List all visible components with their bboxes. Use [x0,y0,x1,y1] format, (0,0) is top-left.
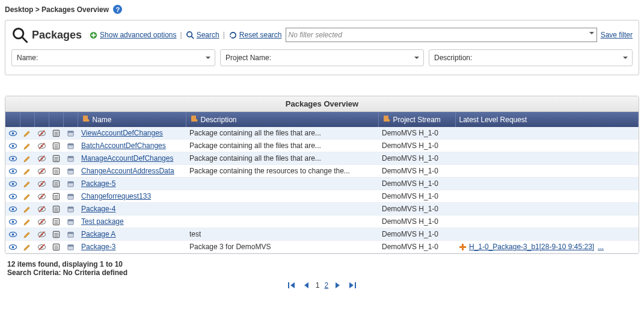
show-advanced-options-link[interactable]: Show advanced options [89,31,176,40]
row-name[interactable]: ManageAccountDefChanges [81,154,173,163]
svg-rect-29 [67,143,73,145]
breadcrumb-root[interactable]: Desktop [5,5,33,14]
col-project-stream[interactable]: Project Stream [378,112,455,127]
edit-icon[interactable] [23,243,32,252]
table-row: ViewAccountDefChanges Package containing… [5,127,639,140]
chevron-down-icon [414,55,420,61]
table-row: Changeforrequest133 DemoMVS H_1-0 [5,190,639,203]
row-name[interactable]: BatchAccountDefChanges [81,141,166,150]
package-icon[interactable] [66,230,75,239]
col-description[interactable]: Description [186,112,378,127]
svg-point-42 [11,170,14,172]
hide-icon[interactable] [37,154,46,163]
hide-icon[interactable] [37,179,46,188]
view-icon[interactable] [8,179,17,188]
view-icon[interactable] [8,167,17,176]
filter-select[interactable]: No filter selected [286,28,597,42]
package-icon[interactable] [66,129,75,138]
history-icon[interactable] [52,205,61,214]
hide-icon[interactable] [37,243,46,252]
row-name[interactable]: Package-5 [81,179,115,188]
history-icon[interactable] [52,217,61,226]
hide-icon[interactable] [37,167,46,176]
history-icon[interactable] [52,167,61,176]
hide-icon[interactable] [37,192,46,201]
table-row: Package-5 DemoMVS H_1-0 [5,178,639,190]
pager-first-icon[interactable] [287,280,296,290]
package-icon[interactable] [66,154,75,163]
history-icon[interactable] [52,230,61,239]
hide-icon[interactable] [37,129,46,138]
col-latest[interactable]: Latest Level Request [455,112,639,127]
pager-prev-icon[interactable] [301,280,311,290]
row-name[interactable]: Package-3 [81,243,115,251]
hide-icon[interactable] [37,230,46,239]
row-name[interactable]: Package-4 [81,205,115,213]
history-icon[interactable] [52,141,61,150]
package-icon[interactable] [66,192,75,201]
edit-icon[interactable] [23,217,32,226]
edit-icon[interactable] [23,167,32,176]
package-icon[interactable] [66,167,75,176]
view-icon[interactable] [8,205,17,214]
pager-page-2[interactable]: 2 [325,281,329,290]
history-icon[interactable] [52,179,61,188]
edit-icon[interactable] [23,192,32,201]
package-icon[interactable] [66,205,75,214]
view-icon[interactable] [8,243,17,252]
view-icon[interactable] [8,129,17,138]
view-icon[interactable] [8,192,17,201]
hide-icon[interactable] [37,141,46,150]
sort-icon [82,114,90,125]
edit-icon[interactable] [23,205,32,214]
col-action-2 [20,112,34,127]
package-icon[interactable] [66,141,75,150]
view-icon[interactable] [8,230,17,239]
plus-options-icon [89,31,98,40]
edit-icon[interactable] [23,129,32,138]
pager-last-icon[interactable] [348,280,357,290]
table-title: Packages Overview [5,96,639,112]
history-icon[interactable] [52,129,61,138]
row-name[interactable]: ChangeAccountAddressData [81,167,174,175]
svg-point-31 [11,157,14,160]
edit-icon[interactable] [23,230,32,239]
history-icon[interactable] [52,154,61,163]
view-icon[interactable] [8,217,17,226]
reset-search-link[interactable]: Reset search [228,31,282,40]
edit-icon[interactable] [23,141,32,150]
row-name[interactable]: ViewAccountDefChanges [81,129,163,137]
package-icon[interactable] [66,179,75,188]
svg-point-86 [11,220,14,223]
col-action-3 [34,112,49,127]
history-icon[interactable] [52,243,61,252]
add-level-request-icon[interactable] [459,243,467,251]
search-link[interactable]: Search [186,31,219,40]
hide-icon[interactable] [37,205,46,214]
view-icon[interactable] [8,154,17,163]
packages-table-wrap: Packages Overview Name Description Proje… [5,96,639,254]
save-filter-link[interactable]: Save filter [601,31,633,39]
row-name[interactable]: Changeforrequest133 [81,192,151,200]
history-icon[interactable] [52,192,61,201]
package-icon[interactable] [66,217,75,226]
edit-icon[interactable] [23,154,32,163]
more-link[interactable]: ... [598,243,604,251]
help-icon[interactable]: ? [113,5,122,14]
svg-rect-73 [67,194,73,196]
criteria-name[interactable]: Name: [11,49,215,66]
package-icon[interactable] [66,243,75,252]
edit-icon[interactable] [23,179,32,188]
criteria-project[interactable]: Project Name: [220,49,424,66]
pager-next-icon[interactable] [333,280,343,290]
svg-point-20 [11,144,14,147]
criteria-description[interactable]: Description: [429,49,633,66]
view-icon[interactable] [8,141,17,150]
svg-point-53 [11,182,14,185]
latest-level-request-link[interactable]: H_1-0_Package-3_b1[28-9-10 9:45:23] [469,243,594,251]
hide-icon[interactable] [37,217,46,226]
row-name[interactable]: Test package [81,217,124,226]
svg-rect-5 [83,116,88,122]
col-name[interactable]: Name [78,112,186,127]
row-name[interactable]: Package A [81,230,115,238]
